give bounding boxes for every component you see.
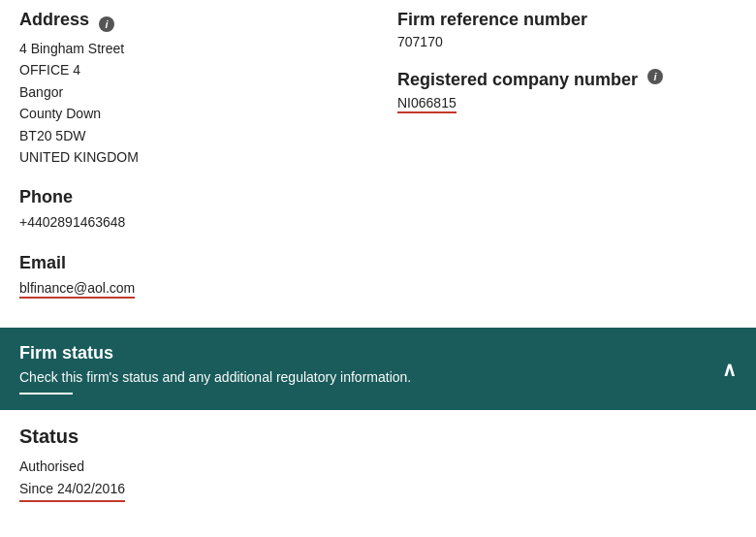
address-line2: OFFICE 4 xyxy=(19,59,359,80)
email-link[interactable]: blfinance@aol.com xyxy=(19,280,135,299)
firm-ref-label: Firm reference number xyxy=(397,10,737,30)
email-title: Email xyxy=(19,253,359,273)
firm-ref-value: 707170 xyxy=(397,34,737,49)
address-line5: BT20 5DW xyxy=(19,125,359,146)
firm-status-underline xyxy=(19,393,73,395)
address-title: Address xyxy=(19,10,89,30)
status-section: Status Authorised Since 24/02/2016 xyxy=(0,410,756,518)
reg-company-info-icon[interactable]: i xyxy=(647,69,663,84)
address-line1: 4 Bingham Street xyxy=(19,38,359,59)
address-line6: UNITED KINGDOM xyxy=(19,146,359,168)
status-since[interactable]: Since 24/02/2016 xyxy=(19,478,125,502)
address-info-icon[interactable]: i xyxy=(99,16,114,32)
phone-value: +4402891463648 xyxy=(19,211,359,233)
firm-status-description: Check this firm's status and any additio… xyxy=(19,369,411,385)
reg-company-label: Registered company number xyxy=(397,69,638,91)
firm-status-content: Firm status Check this firm's status and… xyxy=(19,343,411,395)
status-value: Authorised xyxy=(19,456,737,477)
address-line3: Bangor xyxy=(19,81,359,103)
address-line4: County Down xyxy=(19,103,359,124)
status-title: Status xyxy=(19,426,737,448)
firm-status-bar[interactable]: Firm status Check this firm's status and… xyxy=(0,328,756,410)
chevron-up-icon: ∧ xyxy=(722,358,737,381)
phone-title: Phone xyxy=(19,187,359,207)
firm-status-title: Firm status xyxy=(19,343,411,363)
reg-company-value[interactable]: NI066815 xyxy=(397,95,457,113)
